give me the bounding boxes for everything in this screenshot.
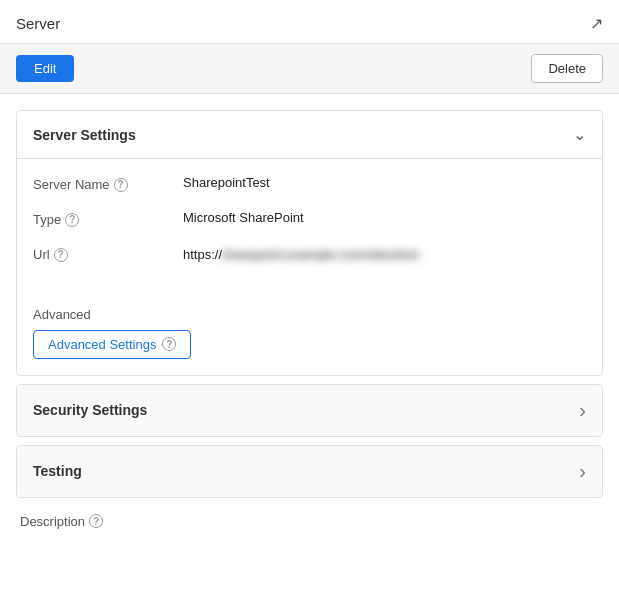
server-settings-section: Server Settings ⌄ Server Name ? Sharepoi… (16, 110, 603, 376)
type-row: Type ? Microsoft SharePoint (33, 210, 586, 227)
chevron-down-icon: ⌄ (573, 125, 586, 144)
security-settings-header[interactable]: Security Settings › (17, 385, 602, 436)
server-settings-header[interactable]: Server Settings ⌄ (17, 111, 602, 159)
advanced-settings-button[interactable]: Advanced Settings ? (33, 330, 191, 359)
url-prefix: https:// (183, 247, 222, 262)
server-name-label: Server Name ? (33, 175, 183, 192)
testing-header[interactable]: Testing › (17, 446, 602, 497)
delete-button[interactable]: Delete (531, 54, 603, 83)
security-settings-section: Security Settings › (16, 384, 603, 437)
content-area: Server Settings ⌄ Server Name ? Sharepoi… (0, 94, 619, 603)
testing-section: Testing › (16, 445, 603, 498)
server-settings-title: Server Settings (33, 127, 136, 143)
url-label: Url ? (33, 245, 183, 262)
chevron-right-icon: › (579, 399, 586, 422)
page-header: Server ↗ (0, 0, 619, 44)
description-help-icon[interactable]: ? (89, 514, 103, 528)
advanced-section: Advanced Advanced Settings ? (17, 299, 602, 375)
server-settings-body: Server Name ? SharepointTest Type ? Micr… (17, 159, 602, 299)
server-name-row: Server Name ? SharepointTest (33, 175, 586, 192)
description-section: Description ? (16, 506, 603, 537)
server-name-help-icon[interactable]: ? (114, 178, 128, 192)
description-label: Description (20, 514, 85, 529)
external-link-icon[interactable]: ↗ (590, 14, 603, 33)
advanced-help-icon[interactable]: ? (162, 337, 176, 351)
security-settings-title: Security Settings (33, 402, 147, 418)
type-value: Microsoft SharePoint (183, 210, 586, 225)
testing-chevron-right-icon: › (579, 460, 586, 483)
type-help-icon[interactable]: ? (65, 213, 79, 227)
url-blurred-part: sharepoint.example.com/sites/test (222, 245, 509, 265)
url-row: Url ? https://sharepoint.example.com/sit… (33, 245, 586, 265)
page-title: Server (16, 15, 60, 32)
edit-button[interactable]: Edit (16, 55, 74, 82)
url-value: https://sharepoint.example.com/sites/tes… (183, 245, 586, 265)
type-label: Type ? (33, 210, 183, 227)
url-help-icon[interactable]: ? (54, 248, 68, 262)
server-name-value: SharepointTest (183, 175, 586, 190)
testing-title: Testing (33, 463, 82, 479)
advanced-label: Advanced (33, 307, 586, 322)
toolbar: Edit Delete (0, 44, 619, 94)
